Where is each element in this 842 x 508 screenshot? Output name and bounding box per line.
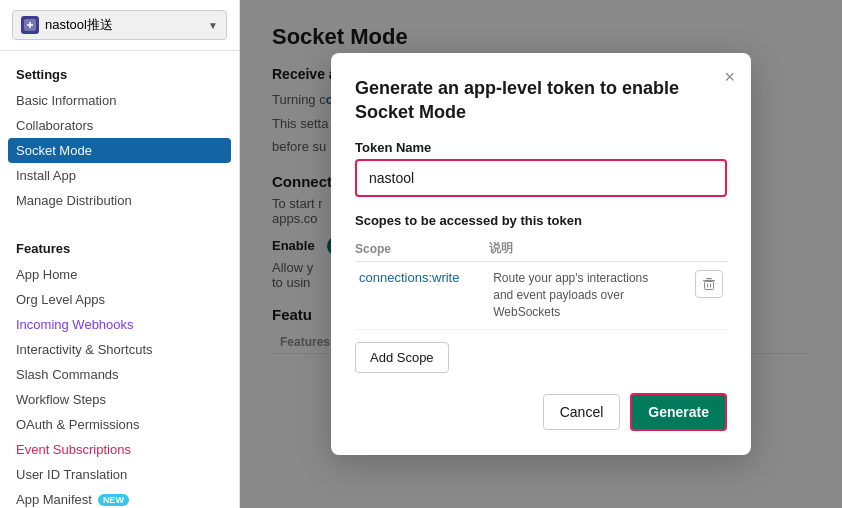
sidebar-item-basic-information[interactable]: Basic Information: [0, 88, 239, 113]
settings-section: Settings Basic Information Collaborators…: [0, 51, 239, 225]
features-title: Features: [0, 237, 239, 262]
sidebar-item-socket-mode[interactable]: Socket Mode: [8, 138, 231, 163]
token-name-input[interactable]: [359, 163, 723, 193]
sidebar-item-event-subscriptions[interactable]: Event Subscriptions: [0, 437, 239, 462]
token-name-field-wrapper: [355, 159, 727, 197]
sidebar-item-workflow-steps[interactable]: Workflow Steps: [0, 387, 239, 412]
sidebar-item-user-id-translation[interactable]: User ID Translation: [0, 462, 239, 487]
sidebar-item-incoming-webhooks[interactable]: Incoming Webhooks: [0, 312, 239, 337]
modal-footer: Cancel Generate: [355, 393, 727, 431]
token-name-label: Token Name: [355, 140, 727, 155]
cancel-button[interactable]: Cancel: [543, 394, 621, 430]
sidebar-item-collaborators[interactable]: Collaborators: [0, 113, 239, 138]
add-scope-button[interactable]: Add Scope: [355, 342, 449, 373]
sidebar-item-interactivity[interactable]: Interactivity & Shortcuts: [0, 337, 239, 362]
sidebar-item-install-app[interactable]: Install App: [0, 163, 239, 188]
modal-close-button[interactable]: ×: [724, 67, 735, 88]
app-icon: [21, 16, 39, 34]
main-content: Socket Mode Receive app payloads via Web…: [240, 0, 842, 508]
sidebar-item-app-manifest[interactable]: App Manifest NEW: [0, 487, 239, 508]
scopes-col-scope: Scope: [355, 236, 489, 262]
features-section: Features App Home Org Level Apps Incomin…: [0, 225, 239, 508]
scope-row: connections:write Route your app's inter…: [355, 262, 727, 329]
scope-delete-button[interactable]: [695, 270, 723, 298]
sidebar-item-oauth[interactable]: OAuth & Permissions: [0, 412, 239, 437]
settings-title: Settings: [0, 63, 239, 88]
scope-link[interactable]: connections:write: [359, 270, 459, 285]
sidebar-item-app-home[interactable]: App Home: [0, 262, 239, 287]
chevron-down-icon: ▼: [208, 20, 218, 31]
app-name: nastool推送: [45, 16, 202, 34]
scope-description: Route your app's interactionsand event p…: [493, 271, 648, 319]
modal-overlay: × Generate an app-level token to enableS…: [240, 0, 842, 508]
sidebar-item-org-level-apps[interactable]: Org Level Apps: [0, 287, 239, 312]
scopes-table: Scope 说明 connections:write Route your ap…: [355, 236, 727, 329]
sidebar: nastool推送 ▼ Settings Basic Information C…: [0, 0, 240, 508]
sidebar-header: nastool推送 ▼: [0, 0, 239, 51]
generate-button[interactable]: Generate: [630, 393, 727, 431]
sidebar-item-manage-distribution[interactable]: Manage Distribution: [0, 188, 239, 213]
sidebar-item-slash-commands[interactable]: Slash Commands: [0, 362, 239, 387]
modal-title: Generate an app-level token to enableSoc…: [355, 77, 727, 124]
modal-dialog: × Generate an app-level token to enableS…: [331, 53, 751, 454]
new-badge: NEW: [98, 494, 129, 506]
svg-rect-2: [706, 278, 712, 279]
scopes-col-desc: 说明: [489, 236, 691, 262]
svg-rect-3: [705, 282, 714, 290]
scopes-title: Scopes to be accessed by this token: [355, 213, 727, 228]
app-selector[interactable]: nastool推送 ▼: [12, 10, 227, 40]
